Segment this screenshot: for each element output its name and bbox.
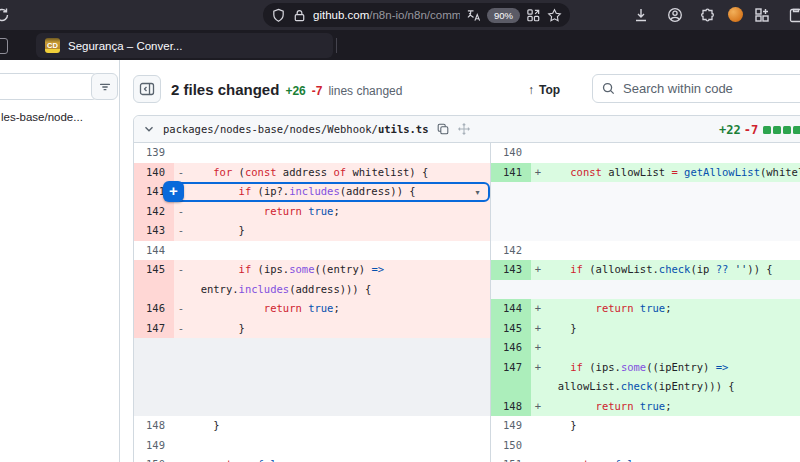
line-number-gutter[interactable]: 146 bbox=[491, 338, 531, 358]
line-number[interactable]: 150 bbox=[134, 455, 174, 462]
line-number[interactable]: 151 bbox=[491, 455, 531, 462]
code-line: entry.includes(address))) { bbox=[174, 280, 490, 300]
line-number[interactable]: 143 bbox=[134, 221, 174, 241]
line-number-gutter[interactable]: 149 bbox=[491, 416, 531, 436]
extension-orange-icon[interactable] bbox=[728, 7, 743, 22]
diff-row: 142- return true; bbox=[134, 202, 800, 222]
diff-row: 141 if (ip?.includes(address)) {+▾ bbox=[134, 182, 800, 202]
tab-separator bbox=[336, 38, 337, 53]
line-number-gutter[interactable]: 146 bbox=[134, 299, 174, 319]
back-to-top-link[interactable]: ↑ Top bbox=[528, 83, 560, 97]
line-number[interactable]: 140 bbox=[134, 163, 174, 183]
line-number-gutter[interactable]: 142 bbox=[491, 241, 531, 261]
bookmark-star-icon[interactable] bbox=[547, 8, 562, 23]
line-number-gutter[interactable]: 143 bbox=[134, 221, 174, 241]
code-line bbox=[174, 241, 490, 261]
line-number[interactable]: 143 bbox=[491, 260, 531, 280]
code-cell bbox=[531, 143, 800, 163]
line-number-gutter[interactable]: 140 bbox=[491, 143, 531, 163]
line-number-gutter[interactable]: 140 bbox=[134, 163, 174, 183]
line-number-gutter[interactable]: 144 bbox=[134, 241, 174, 261]
line-number[interactable]: 142 bbox=[491, 241, 531, 261]
line-number[interactable]: 150 bbox=[491, 436, 531, 456]
reload-icon[interactable] bbox=[0, 7, 10, 23]
tab-strip: CD Segurança – Conver... bbox=[0, 30, 800, 60]
active-tab[interactable]: CD Segurança – Conver... bbox=[36, 33, 333, 58]
line-number[interactable]: 148 bbox=[491, 397, 531, 417]
file-filter-input[interactable] bbox=[0, 73, 98, 100]
line-number[interactable]: 149 bbox=[134, 436, 174, 456]
clipboard-icon[interactable] bbox=[788, 7, 800, 23]
line-number-gutter[interactable]: 144 bbox=[491, 299, 531, 319]
line-number-gutter[interactable]: 150 bbox=[491, 436, 531, 456]
line-number[interactable]: 141 bbox=[491, 163, 531, 183]
line-number-gutter[interactable]: 148 bbox=[134, 416, 174, 436]
tab-favicon: CD bbox=[45, 38, 60, 53]
line-number-gutter[interactable]: 145 bbox=[134, 260, 174, 299]
line-number[interactable]: 147 bbox=[491, 358, 531, 378]
translate-icon[interactable] bbox=[466, 8, 481, 23]
url-text: github.com/n8n-io/n8n/commit/11f8597d4ad… bbox=[313, 9, 460, 21]
diffstat-square bbox=[773, 126, 781, 134]
line-number-gutter[interactable]: 143 bbox=[491, 260, 531, 299]
filter-button[interactable] bbox=[91, 73, 118, 100]
code-cell: - } bbox=[174, 221, 490, 241]
diff-main: 2 files changed +26 -7 lines changed ↑ T… bbox=[121, 60, 800, 462]
line-number-gutter[interactable]: 149 bbox=[134, 436, 174, 456]
line-number-gutter[interactable]: 147 bbox=[134, 319, 174, 339]
sidebar-toggle-button[interactable] bbox=[133, 75, 161, 103]
extensions-grid-icon[interactable] bbox=[754, 7, 770, 23]
line-number-gutter[interactable]: 150 bbox=[134, 455, 174, 462]
line-number[interactable]: 146 bbox=[134, 299, 174, 319]
line-number[interactable]: 149 bbox=[491, 416, 531, 436]
tab-title: Segurança – Conver... bbox=[68, 40, 182, 52]
downloads-icon[interactable] bbox=[633, 7, 649, 23]
line-number-gutter[interactable]: 142 bbox=[134, 202, 174, 222]
line-menu-caret[interactable]: ▾ bbox=[470, 185, 485, 200]
line-number-gutter[interactable]: 148 bbox=[491, 397, 531, 417]
line-number[interactable]: 140 bbox=[491, 143, 531, 163]
code-line: if (ip?.includes(address)) { bbox=[174, 182, 490, 202]
search-input[interactable] bbox=[592, 74, 800, 103]
line-number[interactable]: 148 bbox=[134, 416, 174, 436]
search-within-code bbox=[592, 74, 800, 103]
code-line: allowList.check(ipEntry))) { bbox=[531, 377, 800, 397]
line-number-gutter[interactable]: 141 bbox=[491, 163, 531, 183]
line-number-gutter[interactable]: 147 bbox=[491, 358, 531, 397]
line-number[interactable]: 145 bbox=[134, 260, 174, 280]
code-cell: + if (allowList.check(ip ?? '')) { bbox=[531, 260, 800, 299]
line-number-gutter[interactable]: 139 bbox=[134, 143, 174, 163]
line-number[interactable]: 144 bbox=[134, 241, 174, 261]
tiles-icon[interactable] bbox=[526, 8, 541, 23]
add-comment-button[interactable]: + bbox=[163, 181, 184, 202]
diff-row: 140- for (const address of whitelist) {1… bbox=[134, 163, 800, 183]
lock-icon[interactable] bbox=[292, 8, 307, 23]
code-cell bbox=[531, 436, 800, 456]
diff-empty-cell bbox=[134, 338, 491, 358]
chevron-down-icon[interactable] bbox=[142, 122, 156, 136]
diff-empty-cell bbox=[491, 182, 800, 202]
account-icon[interactable] bbox=[667, 7, 683, 23]
line-number[interactable]: 145 bbox=[491, 319, 531, 339]
line-number[interactable]: 144 bbox=[491, 299, 531, 319]
extension-puzzle-icon[interactable] bbox=[700, 7, 716, 23]
code-line: } bbox=[174, 416, 490, 436]
filter-icon bbox=[98, 80, 112, 94]
line-number-gutter[interactable]: 151 bbox=[491, 455, 531, 462]
code-line: + return true; bbox=[531, 397, 800, 417]
url-bar[interactable]: github.com/n8n-io/n8n/commit/11f8597d4ad… bbox=[263, 3, 570, 27]
line-number[interactable]: 142 bbox=[134, 202, 174, 222]
drag-handle-icon[interactable] bbox=[457, 122, 471, 136]
code-line: - return true; bbox=[174, 299, 490, 319]
line-number-gutter[interactable]: 145 bbox=[491, 319, 531, 339]
zoom-level-badge[interactable]: 90% bbox=[487, 8, 520, 23]
line-number[interactable]: 146 bbox=[491, 338, 531, 358]
line-number[interactable]: 147 bbox=[134, 319, 174, 339]
code-line: return false; bbox=[531, 455, 800, 462]
line-number[interactable]: 139 bbox=[134, 143, 174, 163]
file-header: packages/nodes-base/nodes/Webhook/utils.… bbox=[134, 116, 800, 143]
shield-icon[interactable] bbox=[271, 8, 286, 23]
file-tree-item[interactable]: les-base/node... bbox=[1, 111, 83, 123]
sidebar-collapse-icon bbox=[139, 81, 155, 97]
copy-path-icon[interactable] bbox=[436, 122, 450, 136]
